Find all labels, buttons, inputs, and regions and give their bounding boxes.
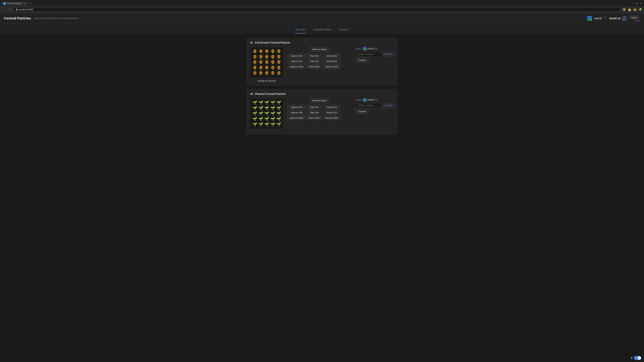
tab-available-fields[interactable]: Available Fields: [313, 27, 332, 33]
particle-2-owner: owner: 0xBC8f ⧉ ⊞ Scan Transfer: [355, 98, 394, 114]
restore-button[interactable]: ⧉: [635, 2, 639, 5]
owner-label: owner:: [355, 47, 362, 50]
extensions-btn[interactable]: 🧩: [638, 7, 643, 12]
particle-1-harvest-usdc[interactable]: Harvest USDC: [323, 64, 340, 69]
particle-1-approve-uni[interactable]: Approve UNI: [288, 59, 306, 63]
minimize-button[interactable]: —: [631, 2, 634, 5]
brave-shields-btn[interactable]: 🦁: [622, 7, 626, 12]
theme-toggle[interactable]: [634, 356, 641, 360]
particle-cell: 🌻: [264, 65, 270, 70]
particle-cell: 🌻: [258, 49, 264, 54]
particle-1-transfer-input[interactable]: [355, 52, 382, 56]
back-button[interactable]: ‹: [1, 7, 4, 11]
particle-2-scan-btn[interactable]: ⊞ Scan: [383, 103, 394, 108]
particle-1-num: #1: [250, 41, 253, 44]
nav-tabs: My Farm Available Fields Contract: [0, 24, 644, 34]
particle-cell: 🌻: [252, 71, 258, 76]
metamask-btn[interactable]: 🦊: [632, 7, 637, 12]
particle-card-2-body: 🌱 🌱 🌱 🌱 🌱 🌱 🌱 🌱 🌱 🌱 🌱 🌱 🌱 🌱: [250, 98, 394, 131]
particle-2-transfer-btn[interactable]: Transfer: [355, 109, 369, 114]
particle-cell: 🌻: [252, 49, 258, 54]
particle-card-1: #1 Full-Grown Farmed Particle 🌻 🌻 🌻 🌻 🌻 …: [246, 38, 398, 86]
particle-2-harvest-dai-2[interactable]: Harvest DAI: [323, 110, 340, 115]
forward-button[interactable]: ›: [5, 7, 7, 11]
particle-2-transfer-input[interactable]: [355, 103, 382, 108]
tab-title-text: Farmed Particles: [7, 2, 23, 5]
particle-2-refresh-btn[interactable]: Refresh Status: [310, 98, 330, 103]
particle-1-plant-uni[interactable]: Plant UNI: [307, 59, 322, 63]
particle-2-approve-uni[interactable]: Approve UNI: [288, 110, 306, 115]
particle-cell: 🌱: [270, 122, 276, 127]
particle-1-transfer-btn[interactable]: Transfer: [355, 58, 369, 63]
network-label: kovan: [635, 20, 640, 22]
particle-2-owner-address: 0xBC8f: [367, 98, 374, 101]
particle-cell: 🌱: [276, 100, 282, 105]
particle-1-refresh-row: Refresh Status: [288, 47, 351, 52]
particle-cell: 🌱: [270, 111, 276, 116]
reload-button[interactable]: ↻: [8, 7, 12, 12]
particle-2-plant-usdc[interactable]: Plant USDC: [307, 116, 322, 120]
particle-1-scan-btn[interactable]: ⊞ Scan: [383, 52, 394, 56]
qr-small-icon: ⊞: [385, 53, 387, 55]
phone-icon: 📱: [604, 16, 607, 20]
particle-1-approve-dai[interactable]: Approve DAI: [288, 54, 306, 58]
particle-1-actions: Refresh Status Approve DAI Plant DAI Har…: [288, 47, 351, 69]
particle-2-harvest-usdc[interactable]: Harvest USDC: [323, 116, 340, 120]
tab-favicon: [3, 2, 6, 5]
new-tab-button[interactable]: +: [29, 2, 33, 5]
particle-cell: 🌻: [276, 49, 282, 54]
particle-1-visual: 🌻 🌻 🌻 🌻 🌻 🌻 🌻 🌻 🌻 🌻 🌻 🌻 🌻 🌻: [250, 47, 284, 82]
particle-cell: 🌻: [276, 65, 282, 70]
tab-contract[interactable]: Contract: [338, 27, 349, 33]
address-bar[interactable]: 🔒 localhost:3000: [14, 7, 620, 11]
particle-1-harvest-dai-2[interactable]: Harvest DAI: [323, 59, 340, 63]
particle-2-harvest-dai[interactable]: Harvest DAI: [323, 105, 340, 109]
particle-cell: 🌻: [252, 65, 258, 70]
particle-2-refresh-row: Refresh Status: [288, 98, 351, 103]
particle-cell: 🌱: [276, 106, 282, 111]
particle-1-plant-dai[interactable]: Plant DAI: [307, 54, 322, 58]
particle-1-type: Full-Grown Farmed Particle: [255, 41, 290, 44]
particle-cell: 🌻: [270, 65, 276, 70]
close-button[interactable]: ✕: [639, 2, 643, 5]
particle-1-transfer-row: ⊞ Scan: [355, 52, 394, 56]
main-content: #1 Full-Grown Farmed Particle 🌻 🌻 🌻 🌻 🌻 …: [0, 34, 644, 362]
particle-cell: 🌱: [276, 117, 282, 122]
particle-cell: 🌱: [264, 100, 270, 105]
particle-1-plant-usdc[interactable]: Plant USDC: [307, 64, 322, 69]
particle-1-harvest-dai[interactable]: Harvest DAI: [323, 54, 340, 58]
browser-tab[interactable]: Farmed Particles ✕: [1, 1, 28, 6]
coin-icon: €: [631, 356, 632, 360]
tab-my-farm[interactable]: My Farm: [295, 27, 306, 33]
warning-btn[interactable]: ⚠️: [627, 7, 632, 12]
qr-code-btn[interactable]: ⊞: [622, 16, 626, 21]
particle-2-plant-dai[interactable]: Plant DAI: [307, 105, 322, 109]
logout-button[interactable]: logout: [628, 15, 640, 20]
particle-cell: 🌻: [270, 55, 276, 59]
particle-cell: 🌱: [252, 100, 258, 105]
wallet-address: 0xBC8f: [594, 17, 602, 20]
particle-cell: 🌻: [258, 71, 264, 76]
particle-2-approve-usdc[interactable]: Approve USDC: [288, 116, 306, 120]
browser-extensions: 🦁 ⚠️ 🦊 🧩: [622, 7, 643, 12]
particle-cell: 🌻: [276, 55, 282, 59]
particle-cell: 🌻: [258, 60, 264, 65]
particle-1-owner-address: 0xBC8f: [367, 47, 374, 50]
tab-close-btn[interactable]: ✕: [24, 2, 26, 5]
particle-2-copy-icon[interactable]: ⧉: [375, 98, 377, 101]
particle-cell: 🌱: [264, 122, 270, 127]
particle-2-plant-uni[interactable]: Plant UNI: [307, 110, 322, 115]
particle-1-refresh-btn[interactable]: Refresh Status: [310, 47, 330, 52]
particle-cell: 🌱: [264, 106, 270, 111]
particle-2-owner-avatar: [363, 98, 366, 102]
particle-cell: 🌱: [276, 111, 282, 116]
particle-cell: 🌱: [252, 117, 258, 122]
particle-cell: 🌻: [276, 71, 282, 76]
particle-2-grid: 🌱 🌱 🌱 🌱 🌱 🌱 🌱 🌱 🌱 🌱 🌱 🌱 🌱 🌱: [250, 98, 284, 129]
header-right: 0xBC8f 📱 $10297.33 ⊞ logout kovan: [587, 15, 640, 22]
particle-2-visual: 🌱 🌱 🌱 🌱 🌱 🌱 🌱 🌱 🌱 🌱 🌱 🌱 🌱 🌱: [250, 98, 284, 131]
particle-2-num: #2: [250, 92, 253, 95]
particle-1-copy-icon[interactable]: ⧉: [375, 47, 377, 50]
particle-1-approve-usdc[interactable]: Approve USDC: [288, 64, 306, 69]
particle-2-approve-dai[interactable]: Approve DAI: [288, 105, 306, 109]
